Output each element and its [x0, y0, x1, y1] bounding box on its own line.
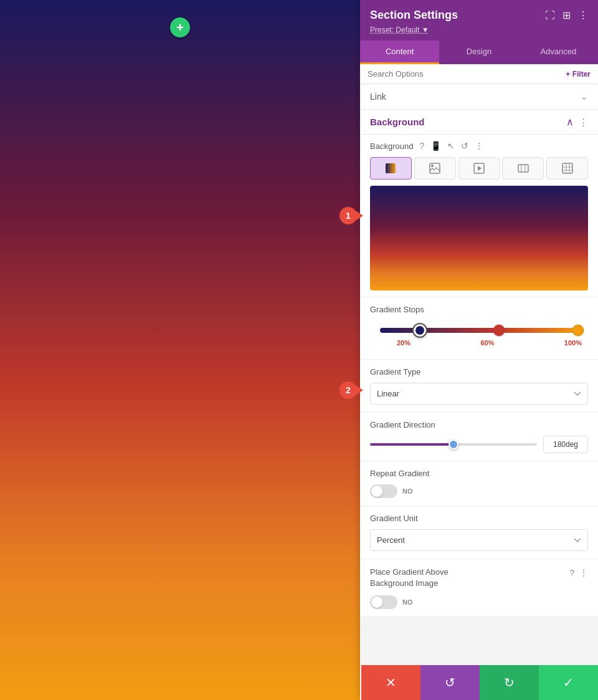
background-label-row: Background ? 📱 ↖ ↺ ⋮ [370, 141, 588, 151]
gradient-preview[interactable] [370, 186, 588, 290]
tab-design[interactable]: Design [439, 41, 518, 64]
tab-content[interactable]: Content [360, 41, 439, 64]
section-header-actions: ∧ ⋮ [566, 116, 588, 128]
gradient-stops-label: Gradient Stops [370, 305, 588, 314]
svg-marker-4 [478, 166, 482, 171]
panel-tabs: Content Design Advanced [360, 41, 598, 64]
more-options-icon[interactable]: ⋮ [578, 9, 588, 21]
filter-button[interactable]: + Filter [566, 70, 591, 79]
stop-labels: 20% 60% 100% [375, 339, 583, 347]
undo-button[interactable]: ↺ [420, 665, 480, 700]
stop3-label: 100% [564, 339, 582, 347]
place-gradient-header: Place Gradient Above Background Image ? … [370, 567, 588, 589]
annotation-badge-2: 2 [339, 381, 357, 399]
place-gradient-title: Place Gradient Above Background Image [370, 567, 448, 589]
gradient-direction-label: Gradient Direction [370, 420, 588, 429]
background-field-label: Background [370, 141, 413, 151]
gradient-unit-group: Gradient Unit Percent Pixel [360, 506, 598, 559]
repeat-gradient-no: NO [402, 487, 413, 495]
search-input[interactable] [368, 69, 561, 79]
place-gradient-help-icon[interactable]: ? [569, 568, 574, 578]
bottom-toolbar: ✕ ↺ ↻ ✓ [361, 665, 598, 700]
image-type-btn[interactable] [414, 157, 456, 180]
gradient-stop-3[interactable] [572, 325, 584, 336]
panel-title: Section Settings [370, 9, 458, 22]
gradient-type-btn[interactable] [370, 157, 412, 180]
place-gradient-icons: ? ⋮ [569, 568, 588, 578]
svg-rect-0 [386, 163, 396, 173]
gradient-direction-slider[interactable] [370, 443, 537, 446]
gradient-type-group: Gradient Type Linear Radial [360, 360, 598, 413]
mobile-icon[interactable]: 📱 [430, 141, 441, 151]
gradient-unit-select[interactable]: Percent Pixel [370, 529, 588, 551]
background-type-buttons [370, 157, 588, 180]
gradient-type-label: Gradient Type [370, 367, 588, 376]
reset-icon[interactable]: ↺ [461, 141, 468, 151]
gradient-stop-1[interactable] [414, 324, 426, 337]
search-bar: + Filter [360, 64, 598, 84]
background-section-header: Background ∧ ⋮ [360, 110, 598, 135]
svg-rect-8 [562, 163, 572, 173]
svg-rect-1 [430, 163, 440, 173]
panel-header: Section Settings ⛶ ⊞ ⋮ Preset: Default ▼ [360, 0, 598, 41]
stop1-label: 20% [397, 339, 411, 347]
panel-preset[interactable]: Preset: Default ▼ [370, 26, 588, 34]
place-gradient-more-icon[interactable]: ⋮ [579, 568, 588, 578]
gradient-direction-group: Gradient Direction [360, 413, 598, 461]
settings-panel: Section Settings ⛶ ⊞ ⋮ Preset: Default ▼… [360, 0, 598, 700]
place-gradient-no: NO [402, 598, 413, 606]
close-button[interactable]: ✕ [361, 665, 420, 700]
columns-icon[interactable]: ⊞ [562, 9, 571, 21]
help-icon[interactable]: ? [419, 141, 424, 151]
background-controls: Background ? 📱 ↖ ↺ ⋮ [360, 135, 598, 297]
repeat-gradient-label: Repeat Gradient [370, 469, 588, 478]
save-button[interactable]: ✓ [539, 665, 598, 700]
gradient-stops-track[interactable] [380, 328, 578, 333]
panel-content: Link ⌄ Background ∧ ⋮ Background ? 📱 ↖ ↺… [360, 84, 598, 700]
cursor-icon[interactable]: ↖ [447, 141, 455, 151]
tab-advanced[interactable]: Advanced [519, 41, 598, 64]
gradient-type-select[interactable]: Linear Radial [370, 383, 588, 405]
svg-rect-5 [518, 165, 528, 172]
section-more-icon[interactable]: ⋮ [579, 117, 588, 128]
repeat-gradient-toggle-row: NO [370, 484, 588, 498]
gradient-stops-group: Gradient Stops 20% 60% 100% [360, 297, 598, 360]
background-section-title: Background [370, 117, 425, 127]
slideshow-type-btn[interactable] [502, 157, 544, 180]
fullscreen-icon[interactable]: ⛶ [545, 10, 555, 21]
video-type-btn[interactable] [458, 157, 500, 180]
add-section-button[interactable]: + [170, 17, 190, 37]
svg-point-2 [431, 165, 434, 167]
more-icon[interactable]: ⋮ [475, 141, 483, 151]
gradient-unit-label: Gradient Unit [370, 514, 588, 523]
place-gradient-toggle[interactable] [370, 595, 397, 609]
place-gradient-toggle-row: NO [370, 595, 588, 609]
canvas-background: + [0, 0, 360, 700]
gradient-direction-input[interactable] [543, 436, 588, 453]
link-section[interactable]: Link ⌄ [360, 84, 598, 110]
stop2-label: 60% [480, 339, 494, 347]
panel-header-icons: ⛶ ⊞ ⋮ [545, 9, 588, 21]
repeat-gradient-group: Repeat Gradient NO [360, 461, 598, 506]
chevron-down-icon: ⌄ [581, 92, 588, 102]
gradient-direction-row [370, 436, 588, 453]
collapse-icon[interactable]: ∧ [566, 116, 574, 128]
pattern-type-btn[interactable] [546, 157, 588, 180]
place-gradient-section: Place Gradient Above Background Image ? … [360, 559, 598, 617]
annotation-badge-1: 1 [339, 207, 357, 224]
link-label: Link [370, 92, 386, 102]
redo-button[interactable]: ↻ [480, 665, 539, 700]
repeat-gradient-toggle[interactable] [370, 484, 397, 498]
gradient-stop-2[interactable] [493, 325, 505, 336]
